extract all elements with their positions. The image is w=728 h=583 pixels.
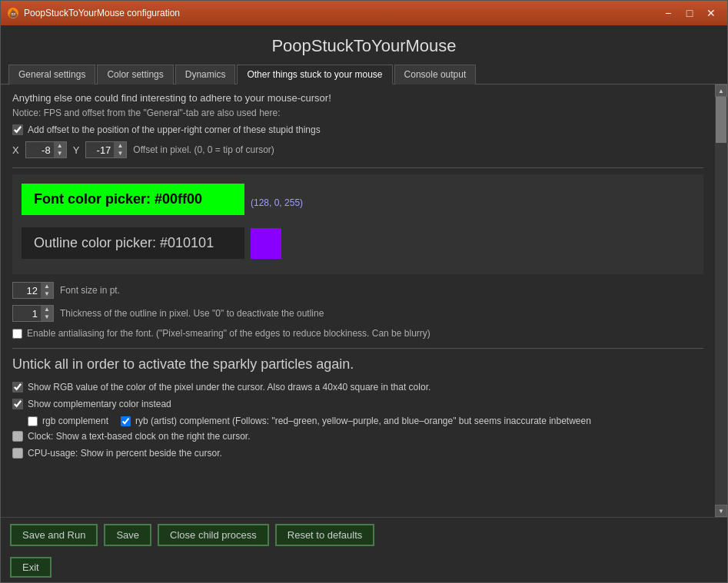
exit-button[interactable]: Exit <box>10 557 52 578</box>
antialias-checkbox[interactable] <box>12 329 22 339</box>
sparkly-heading: Untick all in order to activate the spar… <box>12 356 703 373</box>
show-rgb-checkbox[interactable] <box>12 382 23 393</box>
app-icon: 💩 <box>7 7 19 19</box>
ryb-complement-row: ryb (artist) complement (Follows: "red–g… <box>121 416 591 426</box>
divider1 <box>12 167 703 168</box>
content-area: Anything else one could find interesting… <box>1 84 727 517</box>
x-value[interactable] <box>26 144 54 156</box>
scroll-down-button[interactable]: ▼ <box>715 505 727 517</box>
color-swatch[interactable] <box>251 228 281 259</box>
window-content: PoopStuckToYourMouse General settings Co… <box>1 25 727 582</box>
close-button[interactable]: ✕ <box>701 5 721 21</box>
cpu-label: CPU-usage: Show in percent beside the cu… <box>28 448 222 459</box>
footer-bar: Save and Run Save Close child process Re… <box>1 517 727 552</box>
notice1: Anything else one could find interesting… <box>12 92 703 104</box>
scroll-track <box>715 97 727 505</box>
cpu-checkbox[interactable] <box>12 448 23 459</box>
y-up-button[interactable]: ▲ <box>114 142 126 150</box>
window-controls: − □ ✕ <box>658 5 721 21</box>
font-size-value[interactable] <box>13 285 41 296</box>
tab-other-things[interactable]: Other things stuck to your mouse <box>237 65 392 84</box>
tab-console-output[interactable]: Console output <box>394 65 477 84</box>
show-rgb-label: Show RGB value of the color of the pixel… <box>28 382 430 393</box>
outline-thickness-btns: ▲ ▼ <box>41 306 53 321</box>
maximize-button[interactable]: □ <box>680 5 700 21</box>
add-offset-checkbox[interactable] <box>12 124 23 135</box>
outline-thickness-spinner: ▲ ▼ <box>12 305 54 322</box>
antialias-row: Enable antialiasing for the font. ("Pixe… <box>12 328 703 339</box>
close-child-button[interactable]: Close child process <box>158 524 269 546</box>
scrollbar: ▲ ▼ <box>715 84 727 517</box>
offset-hint: Offset in pixel. (0, 0 = tip of cursor) <box>133 144 274 155</box>
minimize-button[interactable]: − <box>658 5 678 21</box>
tab-bar: General settings Color settings Dynamics… <box>1 64 727 84</box>
font-size-btns: ▲ ▼ <box>41 283 53 298</box>
font-size-down-button[interactable]: ▼ <box>41 290 53 298</box>
sub-checkboxes: rgb complement ryb (artist) complement (… <box>28 416 703 426</box>
title-bar-text: PoopStuckToYourMouse configuration <box>24 8 658 18</box>
color-pickers-section: Font color picker: #00ff00 (128, 0, 255)… <box>12 174 703 274</box>
add-offset-label: Add offset to the position of the upper-… <box>28 124 321 135</box>
scroll-content: Anything else one could find interesting… <box>1 84 715 517</box>
y-down-button[interactable]: ▼ <box>114 150 126 157</box>
tab-general-settings[interactable]: General settings <box>8 65 95 84</box>
y-value[interactable] <box>86 144 114 156</box>
show-complement-checkbox[interactable] <box>12 399 23 409</box>
outline-hint: Thickness of the outline in pixel. Use "… <box>60 308 324 319</box>
show-complement-label: Show complementary color instead <box>28 399 171 409</box>
scroll-thumb[interactable] <box>716 97 726 143</box>
title-bar: 💩 PoopStuckToYourMouse configuration − □… <box>1 1 727 25</box>
y-label: Y <box>73 144 80 156</box>
x-spinner: ▲ ▼ <box>25 141 67 158</box>
outline-thickness-value[interactable] <box>13 308 41 320</box>
font-size-up-button[interactable]: ▲ <box>41 283 53 290</box>
x-down-button[interactable]: ▼ <box>54 150 66 157</box>
clock-checkbox[interactable] <box>12 431 23 442</box>
y-spinner-btns: ▲ ▼ <box>114 142 126 157</box>
font-color-picker[interactable]: Font color picker: #00ff00 <box>22 184 244 215</box>
outline-up-button[interactable]: ▲ <box>41 306 53 313</box>
outline-down-button[interactable]: ▼ <box>41 313 53 321</box>
main-window: 💩 PoopStuckToYourMouse configuration − □… <box>0 0 728 583</box>
rgb-complement-checkbox[interactable] <box>28 416 38 426</box>
scroll-up-button[interactable]: ▲ <box>715 84 727 97</box>
outline-color-row: Outline color picker: #010101 <box>22 227 694 259</box>
ryb-complement-label: ryb (artist) complement (Follows: "red–g… <box>135 416 591 426</box>
clock-row: Clock: Show a text-based clock on the ri… <box>12 431 703 442</box>
font-size-row: ▲ ▼ Font size in pt. <box>12 282 703 299</box>
font-size-spinner: ▲ ▼ <box>12 282 54 299</box>
antialias-label: Enable antialiasing for the font. ("Pixe… <box>27 328 430 339</box>
font-color-row: Font color picker: #00ff00 (128, 0, 255) <box>22 184 694 221</box>
show-rgb-row: Show RGB value of the color of the pixel… <box>12 382 703 393</box>
outline-thickness-row: ▲ ▼ Thickness of the outline in pixel. U… <box>12 305 703 322</box>
notice2: Notice: FPS and offset from the "General… <box>12 108 703 118</box>
clock-label: Clock: Show a text-based clock on the ri… <box>28 431 250 442</box>
save-run-button[interactable]: Save and Run <box>10 524 98 546</box>
add-offset-row: Add offset to the position of the upper-… <box>12 124 703 135</box>
ryb-complement-checkbox[interactable] <box>121 416 131 426</box>
x-spinner-btns: ▲ ▼ <box>54 142 66 157</box>
reset-defaults-button[interactable]: Reset to defaults <box>275 524 375 546</box>
font-size-label: Font size in pt. <box>60 285 120 296</box>
tab-color-settings[interactable]: Color settings <box>97 65 173 84</box>
tab-dynamics[interactable]: Dynamics <box>175 65 236 84</box>
svg-text:💩: 💩 <box>8 8 18 18</box>
exit-row: Exit <box>1 552 727 582</box>
x-up-button[interactable]: ▲ <box>54 142 66 150</box>
outline-color-picker[interactable]: Outline color picker: #010101 <box>22 227 244 259</box>
show-complement-row: Show complementary color instead <box>12 399 703 409</box>
cpu-row: CPU-usage: Show in percent beside the cu… <box>12 448 703 459</box>
save-button[interactable]: Save <box>104 524 151 546</box>
offset-row: X ▲ ▼ Y ▲ ▼ <box>12 141 703 158</box>
rgb-value-label: (128, 0, 255) <box>251 197 303 208</box>
app-title: PoopStuckToYourMouse <box>1 25 727 64</box>
y-spinner: ▲ ▼ <box>85 141 127 158</box>
rgb-complement-label: rgb complement <box>42 416 108 426</box>
x-label: X <box>12 144 19 156</box>
rgb-complement-row: rgb complement <box>28 416 108 426</box>
divider2 <box>12 348 703 349</box>
